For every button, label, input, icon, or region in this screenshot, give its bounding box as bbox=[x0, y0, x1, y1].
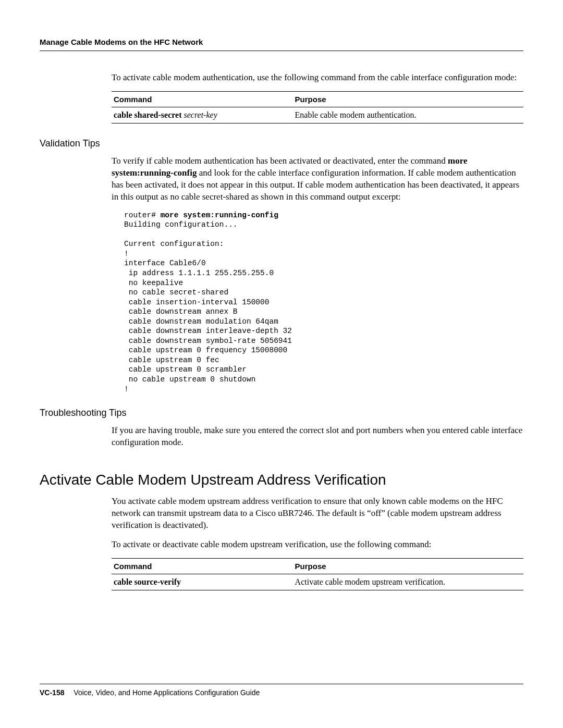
table2-purpose-cell: Activate cable modem upstream verificati… bbox=[293, 574, 523, 590]
troubleshoot-paragraph: If you are having trouble, make sure you… bbox=[112, 425, 523, 449]
footer-title: Voice, Video, and Home Applications Conf… bbox=[74, 688, 260, 697]
page-number: VC-158 bbox=[40, 688, 64, 697]
validation-body: To verify if cable modem authentication … bbox=[112, 155, 523, 394]
section2-body: You activate cable modem upstream addres… bbox=[112, 496, 523, 590]
section-heading: Activate Cable Modem Upstream Address Ve… bbox=[40, 472, 523, 488]
command-name: cable shared-secret bbox=[114, 110, 181, 119]
section2-para2: To activate or deactivate cable modem up… bbox=[112, 539, 523, 551]
table1-head-command: Command bbox=[112, 91, 293, 107]
footer-line: VC-158 Voice, Video, and Home Applicatio… bbox=[40, 688, 523, 697]
section2-para1: You activate cable modem upstream addres… bbox=[112, 496, 523, 532]
header-rule bbox=[40, 51, 523, 51]
command-table-1: Command Purpose cable shared-secret secr… bbox=[112, 91, 523, 124]
table2-command-cell: cable source-verify bbox=[112, 574, 293, 590]
command-table-2: Command Purpose cable source-verify Acti… bbox=[112, 558, 523, 590]
validation-paragraph: To verify if cable modem authentication … bbox=[112, 155, 523, 203]
troubleshooting-tips-heading: Troubleshooting Tips bbox=[40, 408, 523, 418]
troubleshoot-body: If you are having trouble, make sure you… bbox=[112, 425, 523, 449]
body-column: To activate cable modem authentication, … bbox=[112, 72, 523, 124]
command-arg: secret-key bbox=[183, 110, 217, 119]
validation-tips-heading: Validation Tips bbox=[40, 138, 523, 149]
code-command: more system:running-config bbox=[161, 211, 278, 219]
table1-command-cell: cable shared-secret secret-key bbox=[112, 107, 293, 123]
table1-purpose-cell: Enable cable modem authentication. bbox=[293, 107, 523, 123]
table-row: cable source-verify Activate cable modem… bbox=[112, 574, 523, 590]
table-row: cable shared-secret secret-key Enable ca… bbox=[112, 107, 523, 123]
table1-head-purpose: Purpose bbox=[293, 91, 523, 107]
code-body: Building configuration... Current config… bbox=[124, 220, 292, 393]
page: Manage Cable Modems on the HFC Network T… bbox=[0, 0, 563, 728]
command-name: cable source-verify bbox=[114, 577, 181, 586]
code-block: router# more system:running-config Build… bbox=[124, 211, 523, 394]
code-prompt: router# bbox=[124, 211, 161, 219]
running-head: Manage Cable Modems on the HFC Network bbox=[40, 38, 523, 46]
footer-rule bbox=[40, 684, 523, 684]
table2-head-command: Command bbox=[112, 558, 293, 574]
intro-paragraph: To activate cable modem authentication, … bbox=[112, 72, 523, 84]
validation-para-pre: To verify if cable modem authentication … bbox=[112, 156, 448, 166]
page-footer: VC-158 Voice, Video, and Home Applicatio… bbox=[40, 684, 523, 697]
table2-head-purpose: Purpose bbox=[293, 558, 523, 574]
